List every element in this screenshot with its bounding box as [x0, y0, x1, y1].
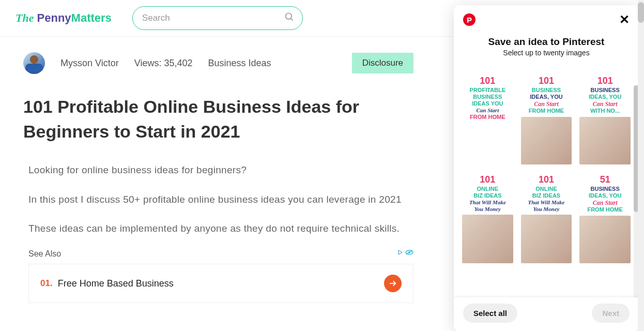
- pin-image-card[interactable]: 101 ONLINE BIZ IDEAS That Will Make You …: [519, 171, 574, 266]
- paragraph: In this post I discuss 50+ profitable on…: [28, 191, 413, 207]
- card-image: [521, 215, 572, 263]
- svg-point-0: [285, 13, 292, 20]
- pin-image-card[interactable]: 101 PROFITABLE BUSINESS IDEAS YOU Can St…: [460, 72, 515, 168]
- view-count: Views: 35,402: [134, 58, 193, 69]
- pinterest-footer: Select all Next: [454, 297, 639, 331]
- see-also-header: See Also: [28, 249, 413, 259]
- page-scrollbar[interactable]: [638, 0, 644, 331]
- article-meta: Mysson Victor Views: 35,402 Business Ide…: [23, 52, 413, 74]
- pin-image-card[interactable]: 101 BUSINESS IDEAS, YOU Can Start FROM H…: [519, 72, 574, 168]
- article-body: Looking for online business ideas for be…: [23, 162, 413, 303]
- ad-triangle-icon: [397, 249, 403, 255]
- search-input[interactable]: [132, 6, 303, 30]
- site-logo[interactable]: The PennyMatters: [16, 11, 112, 25]
- logo-penny: Penny: [37, 11, 71, 24]
- select-all-button[interactable]: Select all: [463, 304, 517, 323]
- logo-matters: Matters: [71, 11, 112, 24]
- card-image: [579, 117, 631, 164]
- svg-line-1: [290, 19, 293, 21]
- logo-the: The: [16, 11, 34, 24]
- card-image: [462, 215, 513, 263]
- pinterest-grid: 101 PROFITABLE BUSINESS IDEAS YOU Can St…: [454, 57, 639, 269]
- related-text: Free Home Based Business: [58, 278, 174, 289]
- pin-image-card[interactable]: 51 BUSINESS IDEAS, YOU Can Start FROM HO…: [577, 171, 633, 266]
- pinterest-logo-icon: P: [463, 13, 476, 26]
- arrow-right-icon[interactable]: [384, 275, 402, 292]
- paragraph: These ideas can be implemented by anyone…: [28, 220, 413, 236]
- related-item[interactable]: 01. Free Home Based Business: [28, 264, 413, 303]
- ad-eye-icon: [405, 249, 413, 255]
- next-button[interactable]: Next: [592, 304, 630, 323]
- ad-icons[interactable]: [397, 249, 413, 255]
- search-box: [132, 6, 303, 30]
- disclosure-button[interactable]: Disclosure: [352, 53, 413, 73]
- article-title: 101 Profitable Online Business Ideas for…: [23, 95, 413, 144]
- pin-image-card[interactable]: 101 ONLINE BIZ IDEAS That Will Make You …: [460, 171, 515, 266]
- author-name[interactable]: Mysson Victor: [60, 58, 119, 69]
- related-number: 01.: [40, 278, 53, 289]
- pinterest-title: Save an idea to Pinterest: [463, 36, 630, 48]
- pinterest-panel: P ✕ Save an idea to Pinterest Select up …: [454, 5, 639, 331]
- svg-marker-2: [398, 250, 402, 254]
- close-icon[interactable]: ✕: [619, 12, 630, 27]
- article-category[interactable]: Business Ideas: [208, 58, 271, 69]
- pin-image-card[interactable]: 101 BUSINESS IDEAS, YOU Can Start WITH N…: [577, 72, 633, 168]
- see-also-label: See Also: [28, 249, 61, 258]
- pinterest-header: P ✕ Save an idea to Pinterest Select up …: [454, 5, 639, 57]
- main-content: Mysson Victor Views: 35,402 Business Ide…: [0, 37, 434, 319]
- scrollbar-thumb[interactable]: [638, 2, 644, 23]
- author-avatar[interactable]: [23, 52, 45, 74]
- card-image: [521, 117, 572, 164]
- card-image: [579, 216, 631, 263]
- paragraph: Looking for online business ideas for be…: [28, 162, 413, 178]
- search-icon[interactable]: [284, 12, 295, 24]
- pinterest-subtitle: Select up to twenty images: [463, 49, 630, 57]
